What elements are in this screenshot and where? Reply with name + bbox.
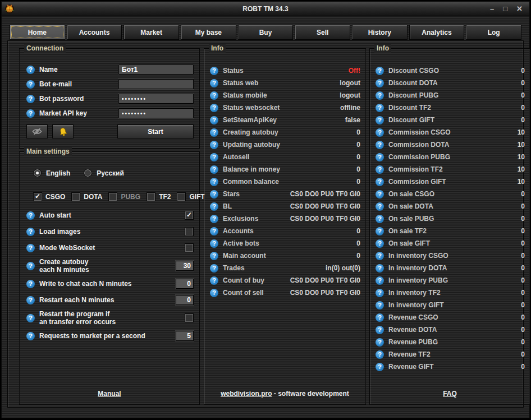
help-icon[interactable]: ? xyxy=(376,165,384,174)
language-option-english[interactable]: English xyxy=(33,169,70,177)
radio-русский[interactable] xyxy=(84,169,92,177)
help-icon[interactable]: ? xyxy=(210,190,218,199)
tab-analytics[interactable]: Analytics xyxy=(409,25,465,40)
help-icon[interactable]: ? xyxy=(210,289,218,297)
help-icon[interactable]: ? xyxy=(210,165,218,174)
tab-accounts[interactable]: Accounts xyxy=(67,25,122,40)
help-icon[interactable]: ? xyxy=(376,276,384,285)
help-icon[interactable]: ? xyxy=(376,239,384,248)
radio-english[interactable] xyxy=(33,169,42,177)
help-icon[interactable]: ? xyxy=(26,332,35,340)
help-icon[interactable]: ? xyxy=(210,239,218,248)
help-icon[interactable]: ? xyxy=(376,350,384,359)
help-icon[interactable]: ? xyxy=(376,116,384,124)
maximize-icon[interactable]: □ xyxy=(503,4,507,13)
help-icon[interactable]: ? xyxy=(376,252,384,260)
game-option-csgo[interactable]: ✓CSGO xyxy=(33,192,65,201)
webdivision-link[interactable]: webdivision.pro xyxy=(221,390,272,398)
name-input[interactable] xyxy=(118,64,194,75)
help-icon[interactable]: ? xyxy=(210,128,218,137)
help-icon[interactable]: ? xyxy=(376,104,384,112)
help-icon[interactable]: ? xyxy=(376,313,384,322)
help-icon[interactable]: ? xyxy=(210,264,218,273)
help-icon[interactable]: ? xyxy=(376,301,384,310)
help-icon[interactable]: ? xyxy=(210,276,218,285)
tab-buy[interactable]: Buy xyxy=(238,25,294,40)
help-icon[interactable]: ? xyxy=(376,215,384,223)
help-icon[interactable]: ? xyxy=(210,104,218,112)
help-icon[interactable]: ? xyxy=(376,338,384,347)
help-icon[interactable]: ? xyxy=(26,95,35,103)
help-icon[interactable]: ? xyxy=(210,153,218,161)
load-images-checkbox[interactable]: ✓ xyxy=(185,227,194,236)
checkbox-pubg[interactable]: ✓ xyxy=(108,192,117,201)
notification-bell-button[interactable] xyxy=(52,124,74,139)
tab-history[interactable]: History xyxy=(352,25,408,40)
help-icon[interactable]: ? xyxy=(210,116,218,124)
game-option-pubg[interactable]: ✓PUBG xyxy=(108,192,140,201)
tab-sell[interactable]: Sell xyxy=(295,25,350,40)
mode-websocket-checkbox[interactable]: ✓ xyxy=(185,243,194,252)
market-api-key-input[interactable] xyxy=(118,108,194,118)
help-icon[interactable]: ? xyxy=(26,296,35,304)
auto-start-checkbox[interactable]: ✓ xyxy=(185,211,194,220)
help-icon[interactable]: ? xyxy=(376,178,384,186)
bot-e-mail-input[interactable] xyxy=(118,79,194,89)
game-option-tf2[interactable]: ✓TF2 xyxy=(147,192,171,201)
faq-link[interactable]: FAQ xyxy=(443,390,457,398)
help-icon[interactable]: ? xyxy=(26,262,35,270)
help-icon[interactable]: ? xyxy=(26,228,35,236)
help-icon[interactable]: ? xyxy=(376,153,384,161)
manual-link[interactable]: Manual xyxy=(98,390,121,398)
help-icon[interactable]: ? xyxy=(210,67,218,75)
help-icon[interactable]: ? xyxy=(210,202,218,211)
help-icon[interactable]: ? xyxy=(26,211,35,220)
checkbox-gift[interactable]: ✓ xyxy=(177,192,186,201)
help-icon[interactable]: ? xyxy=(376,67,384,75)
write-to-chat-each-n-minutes-input[interactable] xyxy=(176,279,194,289)
help-icon[interactable]: ? xyxy=(376,264,384,273)
help-icon[interactable]: ? xyxy=(210,178,218,186)
restart-the-program-if-checkbox[interactable]: ✓ xyxy=(185,313,194,322)
help-icon[interactable]: ? xyxy=(376,190,384,199)
minimize-icon[interactable]: – xyxy=(490,4,494,13)
help-icon[interactable]: ? xyxy=(376,91,384,100)
toggle-password-visibility-button[interactable] xyxy=(26,124,48,139)
bot-password-input[interactable] xyxy=(118,94,194,104)
restart-each-n-minutes-input[interactable] xyxy=(176,295,194,305)
help-icon[interactable]: ? xyxy=(376,363,384,371)
help-icon[interactable]: ? xyxy=(376,326,384,334)
help-icon[interactable]: ? xyxy=(26,314,35,322)
requests-to-market-per-a-second-input[interactable] xyxy=(176,331,194,341)
help-icon[interactable]: ? xyxy=(210,227,218,236)
tab-my-base[interactable]: My base xyxy=(181,25,236,40)
checkbox-dota[interactable]: ✓ xyxy=(71,192,80,201)
language-option-русский[interactable]: Русский xyxy=(84,169,124,177)
tab-market[interactable]: Market xyxy=(123,25,179,40)
tab-home[interactable]: Home xyxy=(10,25,65,40)
help-icon[interactable]: ? xyxy=(210,215,218,223)
help-icon[interactable]: ? xyxy=(26,244,35,252)
tab-log[interactable]: Log xyxy=(466,25,521,40)
help-icon[interactable]: ? xyxy=(376,79,384,87)
checkbox-csgo[interactable]: ✓ xyxy=(33,192,42,201)
help-icon[interactable]: ? xyxy=(210,141,218,149)
create-autobuy-input[interactable] xyxy=(176,261,194,271)
game-option-gift[interactable]: ✓GIFT xyxy=(177,192,204,201)
close-icon[interactable]: ✕ xyxy=(516,4,523,13)
help-icon[interactable]: ? xyxy=(26,280,35,288)
help-icon[interactable]: ? xyxy=(26,109,35,118)
help-icon[interactable]: ? xyxy=(376,141,384,149)
help-icon[interactable]: ? xyxy=(376,128,384,137)
help-icon[interactable]: ? xyxy=(210,91,218,100)
help-icon[interactable]: ? xyxy=(376,202,384,211)
help-icon[interactable]: ? xyxy=(210,79,218,87)
help-icon[interactable]: ? xyxy=(26,80,35,89)
help-icon[interactable]: ? xyxy=(210,252,218,260)
start-button[interactable]: Start xyxy=(117,124,194,139)
help-icon[interactable]: ? xyxy=(26,66,35,74)
game-option-dota[interactable]: ✓DOTA xyxy=(71,192,102,201)
help-icon[interactable]: ? xyxy=(376,289,384,297)
help-icon[interactable]: ? xyxy=(376,227,384,236)
checkbox-tf2[interactable]: ✓ xyxy=(147,192,155,201)
